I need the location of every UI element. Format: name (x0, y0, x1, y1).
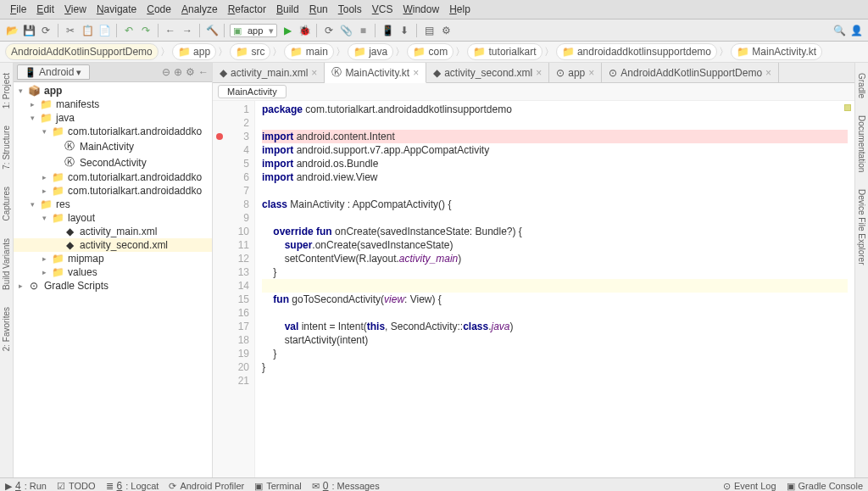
menu-run[interactable]: Run (304, 2, 333, 17)
bottom-tab[interactable]: ≣6: Logcat (106, 480, 159, 491)
menu-vcs[interactable]: VCS (367, 2, 398, 17)
tree-item[interactable]: ◆activity_main.xml (14, 225, 212, 238)
left-tab[interactable]: 7: Structure (2, 122, 11, 173)
paste-icon[interactable]: 📄 (97, 24, 111, 37)
right-tab[interactable]: Device File Explorer (857, 186, 866, 268)
collapse-icon[interactable]: ⊖ (162, 66, 170, 78)
editor-tab[interactable]: ⊙AndroidAddKotlinSupportDemo× (602, 63, 779, 82)
close-tab-icon[interactable]: × (311, 67, 317, 79)
menu-tools[interactable]: Tools (333, 2, 367, 17)
bottom-tab[interactable]: ▣Gradle Console (787, 481, 863, 492)
menu-code[interactable]: Code (142, 2, 176, 17)
right-tool-strip: GradleDocumentationDevice File Explorer (854, 63, 868, 477)
editor-area: ◆activity_main.xml×ⓀMainActivity.kt×◆act… (213, 63, 854, 477)
copy-icon[interactable]: 📋 (81, 24, 94, 37)
tree-item[interactable]: ⓀMainActivity (14, 138, 212, 154)
left-tab[interactable]: Build Variants (2, 235, 11, 293)
tree-item[interactable]: ▾📁layout (14, 211, 212, 225)
bottom-tab[interactable]: ☑TODO (57, 481, 96, 492)
menu-help[interactable]: Help (444, 2, 476, 17)
menu-navigate[interactable]: Navigate (92, 2, 142, 17)
cut-icon[interactable]: ✂ (64, 24, 77, 37)
menu-build[interactable]: Build (271, 2, 304, 17)
breadcrumb-item[interactable]: 📁 androidaddkotlinsupportdemo (556, 43, 717, 60)
sdk-icon[interactable]: ⬇ (398, 24, 411, 37)
sync-icon[interactable]: ⟳ (39, 24, 53, 37)
bottom-tab[interactable]: ▣Terminal (254, 481, 302, 492)
class-breadcrumb[interactable]: MainActivity (218, 85, 287, 98)
tree-item[interactable]: ▾📁java (14, 111, 212, 125)
editor-tab[interactable]: ◆activity_second.xml× (426, 63, 549, 82)
editor-tab[interactable]: ◆activity_main.xml× (213, 63, 325, 82)
breadcrumb-item[interactable]: 📁 main (284, 43, 333, 60)
breadcrumb-item[interactable]: AndroidAddKotlinSupportDemo (5, 43, 159, 60)
debug-icon[interactable]: 🐞 (298, 24, 311, 37)
menu-view[interactable]: View (59, 2, 92, 17)
run-config-combo[interactable]: app (230, 24, 277, 37)
close-tab-icon[interactable]: × (413, 67, 419, 79)
breadcrumb-item[interactable]: 📁 src (230, 43, 270, 60)
code-editor[interactable]: 123456789101112131415161718192021 packag… (213, 101, 854, 477)
attach-icon[interactable]: 📎 (339, 24, 353, 37)
left-tab[interactable]: 2: Favorites (2, 304, 11, 354)
right-tab[interactable]: Gradle (857, 70, 866, 102)
left-tab[interactable]: Captures (2, 183, 11, 225)
tree-item[interactable]: ▸📁values (14, 265, 212, 279)
save-icon[interactable]: 💾 (22, 24, 36, 37)
undo-icon[interactable]: ↶ (122, 24, 136, 37)
structure-icon[interactable]: ▤ (422, 24, 436, 37)
run-icon[interactable]: ▶ (281, 24, 294, 37)
breadcrumb-item[interactable]: 📁 app (172, 43, 216, 60)
tree-item[interactable]: ▾📁com.tutorialkart.androidaddko (14, 125, 212, 138)
hide-icon[interactable]: ← (198, 66, 209, 78)
tree-item[interactable]: ▾📦app (14, 84, 212, 98)
avd-icon[interactable]: 📱 (381, 24, 394, 37)
project-panel: 📱 Android ▾ ⊖ ⊕ ⚙ ← ▾📦app▸📁manifests▾📁ja… (14, 63, 213, 477)
forward-icon[interactable]: → (181, 24, 194, 37)
build-icon[interactable]: 🔨 (205, 24, 219, 37)
close-tab-icon[interactable]: × (536, 67, 542, 79)
editor-tab[interactable]: ⓀMainActivity.kt× (325, 63, 426, 83)
editor-tab[interactable]: ⊙app× (549, 63, 602, 82)
left-tool-strip: 1: Project7: StructureCapturesBuild Vari… (0, 63, 14, 477)
gear-icon[interactable]: ⚙ (186, 66, 195, 78)
tree-item[interactable]: ⓀSecondActivity (14, 154, 212, 170)
close-tab-icon[interactable]: × (765, 67, 771, 79)
breadcrumb-item[interactable]: 📁 java (348, 43, 393, 60)
open-icon[interactable]: 📂 (5, 24, 19, 37)
breadcrumb-item[interactable]: 📁 com (407, 43, 453, 60)
bottom-tab[interactable]: ⊙Event Log (723, 481, 776, 492)
bottom-tab[interactable]: ✉0: Messages (312, 480, 380, 491)
bottom-tab[interactable]: ▶4: Run (5, 480, 47, 491)
back-icon[interactable]: ← (164, 24, 177, 37)
settings-icon[interactable]: ⚙ (439, 24, 453, 37)
tree-item[interactable]: ▸📁mipmap (14, 252, 212, 265)
close-tab-icon[interactable]: × (588, 67, 594, 79)
breadcrumb-item[interactable]: 📁 tutorialkart (467, 43, 542, 60)
tree-item[interactable]: ◆activity_second.xml (14, 238, 212, 252)
profile-icon[interactable]: ⟳ (322, 24, 336, 37)
redo-icon[interactable]: ↷ (139, 24, 153, 37)
tree-item[interactable]: ▾📁res (14, 198, 212, 211)
tree-item[interactable]: ▸⊙Gradle Scripts (14, 279, 212, 293)
right-tab[interactable]: Documentation (857, 112, 866, 176)
menu-file[interactable]: File (5, 2, 31, 17)
project-tree[interactable]: ▾📦app▸📁manifests▾📁java▾📁com.tutorialkart… (14, 82, 212, 477)
bottom-tab[interactable]: ⟳Android Profiler (169, 481, 244, 492)
menu-window[interactable]: Window (398, 2, 444, 17)
menu-analyze[interactable]: Analyze (176, 2, 223, 17)
bottom-tool-tabs: ▶4: Run☑TODO≣6: Logcat⟳Android Profiler▣… (0, 477, 868, 491)
nav-breadcrumb: AndroidAddKotlinSupportDemo〉📁 app〉📁 src〉… (0, 42, 868, 63)
stop-icon[interactable]: ■ (356, 24, 370, 37)
tree-item[interactable]: ▸📁com.tutorialkart.androidaddko (14, 184, 212, 198)
project-view-combo[interactable]: 📱 Android ▾ (17, 64, 90, 80)
tree-item[interactable]: ▸📁com.tutorialkart.androidaddko (14, 170, 212, 184)
user-icon[interactable]: 👤 (849, 24, 863, 37)
menu-edit[interactable]: Edit (31, 2, 59, 17)
tree-item[interactable]: ▸📁manifests (14, 98, 212, 111)
left-tab[interactable]: 1: Project (2, 70, 11, 112)
search-icon[interactable]: 🔍 (832, 24, 846, 37)
menu-refactor[interactable]: Refactor (223, 2, 271, 17)
target-icon[interactable]: ⊕ (174, 66, 182, 78)
breadcrumb-item[interactable]: 📁 MainActivity.kt (731, 43, 822, 60)
